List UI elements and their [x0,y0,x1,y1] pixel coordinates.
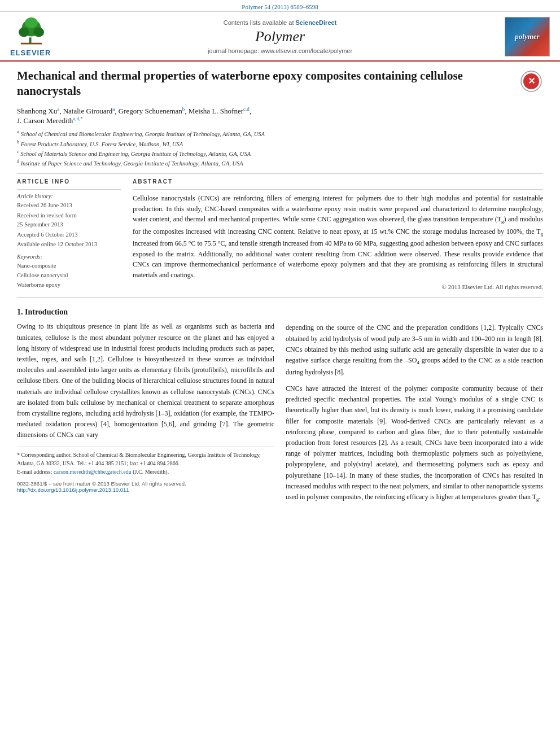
abstract-col: ABSTRACT Cellulose nanocrystals (CNCs) a… [133,178,543,290]
journal-ref: Polymer 54 (2013) 6589–6598 [242,3,318,10]
keywords-label: Keywords: [17,254,121,260]
affiliation-c: c School of Materials Science and Engine… [17,148,543,158]
journal-header: ELSEVIER Contents lists available at Sci… [0,12,560,62]
svg-point-3 [33,28,44,37]
divider-3 [133,189,543,190]
crossmark-icon[interactable]: ✕ [520,71,543,93]
article-info-col: ARTICLE INFO Article history: Received 2… [17,178,121,290]
intro-section-title: 1. Introduction [17,308,274,317]
keyword-3: Waterborne epoxy [17,281,121,290]
article-info-abstract: ARTICLE INFO Article history: Received 2… [17,178,543,290]
affiliations: a School of Chemical and Biomolecular En… [17,129,543,168]
body-right-col: depending on the source of the CNC and t… [286,302,543,503]
divider [17,173,543,174]
journal-header-center: Contents lists available at ScienceDirec… [72,19,488,54]
main-body: 1. Introduction Owing to its ubiquitous … [0,298,560,510]
article-meta-section: Mechanical and thermal properties of wat… [0,62,560,297]
divider-2 [17,189,121,190]
online-date: Available online 12 October 2013 [17,240,121,249]
keyword-1: Nano-composite [17,261,121,271]
article-title: Mechanical and thermal properties of wat… [17,68,543,99]
abstract-heading: ABSTRACT [133,178,543,185]
footnote-email-link[interactable]: carson.meredith@chbe.gatech.edu [54,469,132,475]
abstract-text: Cellulose nanocrystals (CNCs) are reinfo… [133,193,543,280]
footnote-asterisk: * Corresponding author. School of Chemic… [17,451,274,468]
affiliation-d: d Institute of Paper Science and Technol… [17,158,543,168]
journal-title: Polymer [72,28,488,45]
svg-rect-5 [21,43,42,45]
body-two-col: 1. Introduction Owing to its ubiquitous … [17,302,543,503]
svg-text:✕: ✕ [528,76,535,86]
history-label: Article history: [17,193,121,199]
keyword-2: Cellulose nanocrystal [17,271,121,281]
elsevier-brand-label: ELSEVIER [10,49,51,57]
body-left-col: 1. Introduction Owing to its ubiquitous … [17,302,274,503]
polymer-cover-label: polymer [515,32,539,41]
elsevier-logo-section: ELSEVIER [10,16,72,57]
authors-line: Shanhong Xua, Natalie Girouarda, Gregory… [17,106,543,126]
top-bar: Polymer 54 (2013) 6589–6598 [0,0,560,12]
footer-issn: 0032-3861/$ – see front matter © 2013 El… [17,480,274,487]
elsevier-logo: ELSEVIER [10,16,72,57]
intro-left-text: Owing to its ubiquitous presence in plan… [17,321,274,440]
copyright-line: © 2013 Elsevier Ltd. All rights reserved… [133,283,543,290]
footer-doi[interactable]: http://dx.doi.org/10.1016/j.polymer.2013… [17,487,274,493]
polymer-cover-image: polymer [505,17,550,56]
journal-homepage: journal homepage: www.elsevier.com/locat… [72,47,488,54]
affiliation-b: b Forest Products Laboratory, U.S. Fores… [17,139,543,148]
footnote-email: E-mail address: carson.meredith@chbe.gat… [17,468,274,476]
accepted-date: Accepted 6 October 2013 [17,230,121,239]
journal-header-right: polymer [488,17,550,56]
revised-date: Received in revised formReceived in revi… [17,211,121,229]
intro-right-text: depending on the source of the CNC and t… [286,322,543,378]
elsevier-tree-icon [10,16,53,47]
footnote-section: * Corresponding author. School of Chemic… [17,447,274,476]
sciencedirect-link[interactable]: ScienceDirect [296,19,337,26]
sciencedirect-line: Contents lists available at ScienceDirec… [72,19,488,26]
intro-right-text-2: CNCs have attracted the interest of the … [286,383,543,504]
page-wrapper: Polymer 54 (2013) 6589–6598 ELSEVIER [0,0,560,747]
received-date: Received 26 June 2013 [17,201,121,210]
footer-issn-section: 0032-3861/$ – see front matter © 2013 El… [17,480,274,493]
svg-point-2 [19,28,29,37]
article-info-heading: ARTICLE INFO [17,178,121,185]
svg-point-4 [25,18,38,28]
affiliation-a: a School of Chemical and Biomolecular En… [17,129,543,138]
